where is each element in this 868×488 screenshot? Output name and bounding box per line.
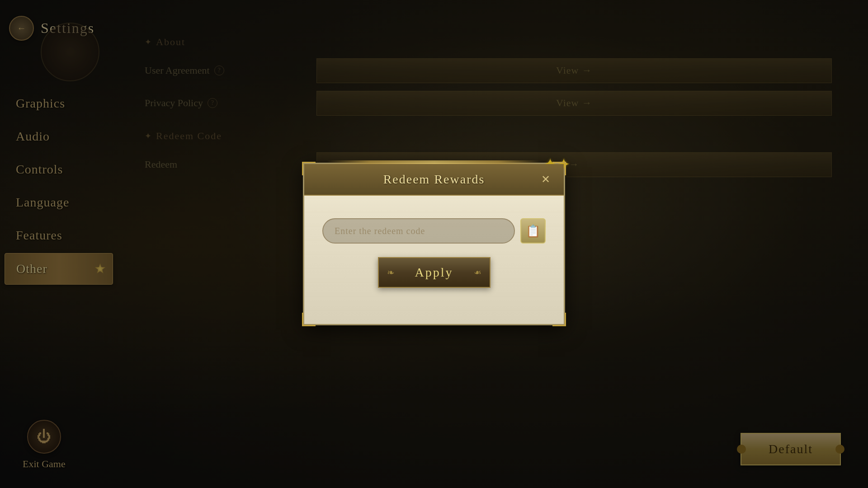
paste-button[interactable]: 📋	[520, 218, 546, 244]
paste-icon: 📋	[526, 224, 540, 238]
modal-title: Redeem Rewards	[383, 172, 485, 187]
redeem-modal: ✦✦ Redeem Rewards ✕ 📋 Apply	[303, 163, 565, 325]
close-icon: ✕	[541, 173, 550, 186]
modal-overlay: ✦✦ Redeem Rewards ✕ 📋 Apply	[0, 0, 868, 488]
corner-br	[552, 313, 566, 326]
corner-tr	[552, 162, 566, 175]
corner-tl	[302, 162, 316, 175]
apply-button[interactable]: Apply	[378, 257, 491, 288]
redeem-code-input[interactable]	[322, 218, 515, 244]
modal-close-button[interactable]: ✕	[537, 170, 555, 188]
modal-body: 📋 Apply	[304, 196, 564, 306]
corner-bl	[302, 313, 316, 326]
redeem-input-row: 📋	[322, 218, 546, 244]
modal-header: Redeem Rewards ✕	[304, 164, 564, 196]
